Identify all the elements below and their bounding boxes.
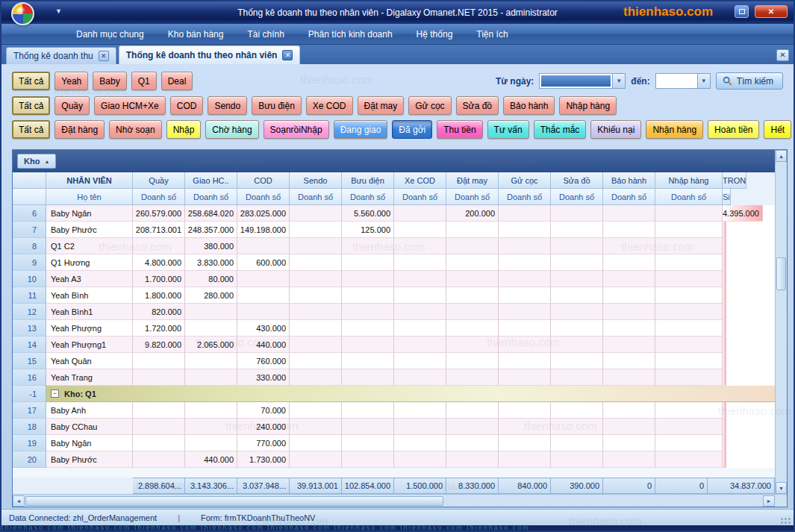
grid-cell[interactable] — [446, 369, 499, 386]
grid-cell[interactable] — [446, 238, 499, 254]
grid-cell[interactable] — [394, 419, 446, 435]
grid-column-header[interactable]: Xe COD — [394, 172, 446, 189]
scroll-right-button[interactable]: ► — [763, 495, 775, 507]
employee-name-cell[interactable]: Yeah Phượng — [46, 320, 133, 337]
close-button[interactable]: ✕ — [755, 5, 788, 18]
grid-row[interactable]: 19Baby Ngân770.000 — [13, 435, 775, 451]
employee-name-cell[interactable]: Yeah Quân — [46, 353, 133, 369]
grid-cell[interactable] — [655, 451, 723, 468]
row-number-cell[interactable]: 6 — [13, 205, 46, 222]
grid-cell[interactable]: 770.000 — [237, 435, 290, 451]
grid-row[interactable]: 17Baby Anh70.000 — [13, 402, 775, 419]
grid-cell[interactable]: 3.830.000 — [185, 254, 237, 271]
grid-cell[interactable] — [499, 222, 551, 238]
grid-cell[interactable] — [499, 451, 551, 468]
grid-cell[interactable]: 280.000 — [185, 287, 237, 304]
grid-cell[interactable]: 4.800.000 — [133, 254, 185, 271]
grid-column-subheader[interactable]: Doanh số — [237, 189, 290, 205]
grid-cell[interactable] — [237, 287, 290, 304]
employee-name-cell[interactable]: Yeah Bình1 — [46, 304, 133, 320]
grid-cell[interactable] — [446, 419, 499, 435]
grid-cell[interactable] — [394, 238, 446, 254]
filter-button[interactable]: Đang giao — [334, 120, 388, 139]
row-number-cell[interactable]: 7 — [13, 222, 46, 238]
grid-cell[interactable]: 380.000 — [185, 238, 237, 254]
row-number-cell[interactable]: 11 — [13, 287, 46, 304]
app-logo-icon[interactable] — [11, 2, 34, 25]
grid-cell[interactable] — [185, 353, 237, 369]
grid-cell[interactable] — [394, 435, 446, 451]
grid-cell[interactable] — [603, 435, 655, 451]
grid-cell[interactable] — [499, 287, 551, 304]
employee-name-cell[interactable]: Baby Phước — [46, 451, 133, 468]
grid-cell[interactable] — [290, 304, 342, 320]
row-number-cell[interactable]: 9 — [13, 254, 46, 271]
filter-button[interactable]: Tất cả — [12, 96, 50, 115]
grid-cell[interactable] — [723, 337, 726, 353]
filter-button[interactable]: Sửa đồ — [456, 96, 499, 115]
grid-cell[interactable] — [603, 419, 655, 435]
grid-row[interactable]: 18Baby CChau240.000 — [13, 419, 775, 435]
collapse-icon[interactable]: − — [51, 389, 59, 398]
grid-cell[interactable] — [342, 337, 394, 353]
grid-cell[interactable] — [290, 419, 342, 435]
grid-column-header[interactable]: Sendo — [290, 172, 342, 189]
grid-cell[interactable] — [655, 337, 723, 353]
grid-cell[interactable] — [446, 451, 499, 468]
grid-cell[interactable] — [394, 451, 446, 468]
grid-cell[interactable] — [290, 451, 342, 468]
grid-cell[interactable] — [655, 205, 723, 222]
menu-item[interactable]: Tài chính — [237, 26, 294, 43]
grid-cell[interactable] — [342, 271, 394, 287]
grid-cell[interactable]: 5.560.000 — [342, 205, 394, 222]
grid-cell[interactable] — [723, 287, 726, 304]
grid-cell[interactable] — [133, 451, 185, 468]
grid-cell[interactable] — [603, 353, 655, 369]
grid-cell[interactable]: 430.000 — [237, 320, 290, 337]
grid-cell[interactable] — [394, 222, 446, 238]
filter-button[interactable]: Sendo — [208, 96, 247, 115]
grid-cell[interactable] — [723, 353, 726, 369]
grid-cell[interactable] — [723, 419, 726, 435]
grid-cell[interactable] — [655, 287, 723, 304]
filter-button[interactable]: Quầy — [54, 96, 90, 115]
filter-button[interactable]: Tất cả — [12, 72, 50, 90]
grid-cell[interactable] — [342, 353, 394, 369]
grid-cell[interactable] — [342, 320, 394, 337]
grid-cell[interactable] — [394, 353, 446, 369]
grid-cell[interactable]: 440.000 — [237, 337, 290, 353]
filter-button[interactable]: COD — [170, 96, 204, 115]
grid-cell[interactable] — [723, 320, 726, 337]
grid-cell[interactable] — [655, 402, 723, 419]
grid-cell[interactable] — [446, 271, 499, 287]
grid-cell[interactable] — [723, 254, 726, 271]
grid-cell[interactable]: 125.000 — [342, 222, 394, 238]
grid-cell[interactable] — [185, 304, 237, 320]
filter-button[interactable]: Bưu điện — [252, 96, 302, 115]
grid-cell[interactable] — [446, 320, 499, 337]
grid-group-row[interactable]: -1−Kho: Q1 — [13, 386, 775, 402]
grid-cell[interactable]: 260.579.000 — [133, 205, 185, 222]
grid-cell[interactable]: 1.800.000 — [133, 287, 185, 304]
row-number-cell[interactable]: 13 — [13, 320, 46, 337]
grid-cell[interactable] — [551, 254, 603, 271]
filter-button[interactable]: Xe COD — [306, 96, 353, 115]
group-by-kho-button[interactable]: Kho ▲ — [17, 154, 56, 169]
grid-row[interactable]: 8Q1 C2380.000 — [13, 238, 775, 254]
grid-cell[interactable] — [655, 271, 723, 287]
grid-cell[interactable] — [290, 435, 342, 451]
grid-cell[interactable] — [655, 304, 723, 320]
grid-cell[interactable]: 149.198.000 — [237, 222, 290, 238]
grid-cell[interactable] — [446, 435, 499, 451]
grid-cell[interactable] — [499, 337, 551, 353]
horizontal-scrollbar[interactable]: ◄ ► — [13, 494, 775, 507]
grid-cell[interactable] — [342, 419, 394, 435]
grid-cell[interactable] — [446, 353, 499, 369]
grid-column-subheader[interactable]: Doanh số — [394, 189, 446, 205]
grid-cell[interactable] — [723, 369, 726, 386]
grid-cell[interactable] — [133, 353, 185, 369]
scroll-down-button[interactable]: ▼ — [776, 482, 787, 494]
grid-cell[interactable] — [133, 238, 185, 254]
grid-cell[interactable]: 80.000 — [185, 271, 237, 287]
grid-cell[interactable] — [342, 254, 394, 271]
